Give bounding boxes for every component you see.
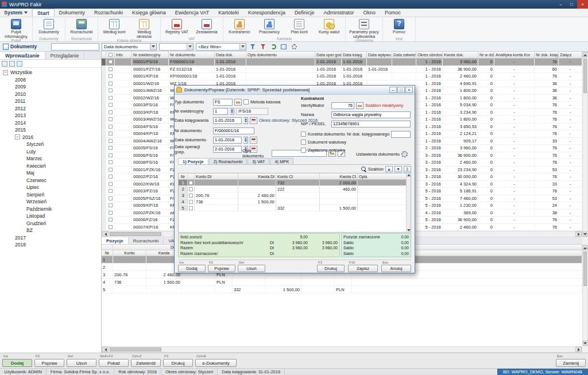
scrollbar-thumb[interactable] [583,59,587,93]
close-button[interactable]: × [577,0,588,9]
scroll-down-icon[interactable] [583,341,587,346]
move-up-button[interactable]: ▲ [385,166,393,172]
row-checkbox[interactable] [106,95,115,102]
row-checkbox[interactable] [106,173,115,180]
row-checkbox[interactable] [106,181,115,188]
select-all-checkbox[interactable] [106,52,115,58]
zamknij-button[interactable]: Zamknij [556,359,586,367]
menu-tab[interactable]: Rozrachunki [90,9,127,17]
action-button[interactable]: Dodaj [178,265,206,272]
position-row[interactable]: 1 732 2 000,00 [179,180,411,186]
detail-horizontal-scrollbar[interactable] [102,346,582,353]
refresh-tree-icon[interactable] [17,61,22,67]
row-checkbox[interactable] [106,195,115,202]
sum-button[interactable]: Σ [404,166,411,172]
plan-kont-button[interactable]: Plan kont [284,18,314,34]
menu-tab[interactable]: Administrator [319,9,358,17]
tree-item[interactable]: 2011 [0,98,101,105]
grid-vertical-scrollbar[interactable] [582,52,588,237]
calendar-icon[interactable] [250,117,257,124]
menu-tab[interactable]: Definicje [290,9,319,17]
action-button[interactable]: Anuluj [381,265,411,272]
parametry-pracy-button[interactable]: Parametry pracy użytkownika [347,18,381,38]
data-dok-spinner[interactable] [243,137,248,144]
column-header[interactable]: Nr dokumentu [169,52,215,58]
row-checkbox[interactable] [106,138,115,145]
position-row[interactable]: 5 332 1 500,00 [179,205,411,211]
row-checkbox[interactable] [106,80,115,87]
row-checkbox[interactable] [106,116,115,123]
tree-item[interactable]: Czerwiec [0,177,101,184]
position-row[interactable]: 4 736 1 500,00 [179,199,411,205]
row-checkbox[interactable] [106,145,115,152]
calendar-icon[interactable] [250,137,257,144]
kontrahent-nazwa-input[interactable] [331,111,411,118]
tree-item[interactable]: 2012 [0,105,101,113]
sort-field-combo[interactable]: Data dokumentu [102,43,157,51]
system-menu[interactable]: System [0,9,32,17]
filter-combo[interactable]: <Bez filtra> [196,43,246,51]
szablon-label[interactable]: Szablon [368,167,384,172]
row-checkbox[interactable] [106,152,115,159]
scroll-up-icon[interactable] [583,52,587,57]
scroll-right-icon[interactable] [575,347,582,352]
column-header[interactable]: Analityka konta Kor [494,52,535,58]
tree-item[interactable]: 2018 [0,241,101,249]
kontrahent-id-input[interactable] [331,102,354,109]
sidebar-tab[interactable]: Przeglądanie [45,52,85,59]
typ-dokumentu-input[interactable] [213,99,233,106]
expand-all-icon[interactable] [2,61,7,67]
dialog-close-button[interactable]: × [405,87,413,93]
wedlug-kont-button[interactable]: Według kont [99,18,129,34]
range-combo[interactable] [159,43,194,51]
tree-item[interactable]: 2017 [0,234,101,242]
column-header[interactable]: Data oper.gosp. [315,52,342,58]
column-header[interactable]: Nr ewidencyjny [132,52,169,58]
menu-tab[interactable]: Dokumenty [55,9,90,17]
row-checkbox[interactable] [106,188,115,195]
dialog-minimize-button[interactable]: – [389,87,397,93]
action-button[interactable]: Usuń [238,265,265,272]
positions-scrollbar[interactable] [406,173,411,232]
tree-item[interactable]: 2015 [0,126,101,134]
menu-tab[interactable]: Pomoc [380,9,405,17]
column-header[interactable]: Data dok. [215,52,246,58]
tree-item[interactable]: Marzec [0,155,101,163]
dialog-tab[interactable]: 2) Rozrachunki [209,158,247,164]
maximize-button[interactable]: □ [566,0,577,9]
data-operacji-input[interactable] [213,146,242,153]
menu-tab[interactable]: Księga główna [127,9,171,17]
drukuj-button[interactable]: Drukuj [317,265,345,272]
dokumenty-button[interactable]: Dokumenty [34,18,64,34]
row-checkbox[interactable] [106,210,115,217]
column-header[interactable]: Nr w dzienniku [478,52,494,58]
tree-item[interactable]: Grudzień [0,220,101,227]
tree-item[interactable]: 2010 [0,91,101,98]
dialog-tab[interactable]: 3) VAT [247,158,269,164]
tree-item[interactable]: BZ [0,227,101,234]
pomoc-button[interactable]: Pomoc [384,18,414,34]
column-header[interactable]: Data zatwierdz. [392,52,416,58]
columns-button[interactable] [280,42,288,51]
action-button[interactable]: Pokaż [99,359,129,367]
tree-item[interactable]: 2008 [0,76,101,84]
tree-item[interactable]: Kwiecień [0,163,101,170]
action-button[interactable]: Usuń [67,359,96,367]
action-button[interactable]: e-Dokumenty [195,359,237,367]
refresh-button[interactable] [269,42,277,51]
tree-item[interactable]: Lipiec [0,184,101,191]
row-checkbox[interactable] [106,59,115,65]
action-button[interactable]: Zapisz [348,265,378,272]
rejestry-vat-button[interactable]: Rejestry VAT [162,18,192,34]
dialog-tab[interactable]: 1) Pozycje [178,158,208,164]
browse-typ-icon[interactable] [234,99,242,106]
row-checkbox[interactable] [106,167,115,173]
tree-item[interactable]: Listopad [0,212,101,220]
metoda-kasowa-checkbox[interactable] [243,99,249,105]
column-header[interactable]: Info [115,52,132,58]
data-ksiegowania-input[interactable] [213,117,242,124]
zestawienia-vat-button[interactable]: Zestawienia [192,18,222,34]
data-ksieg-spinner[interactable] [243,117,248,124]
column-header[interactable]: Data wpływu [367,52,392,58]
row-checkbox[interactable] [106,109,115,116]
